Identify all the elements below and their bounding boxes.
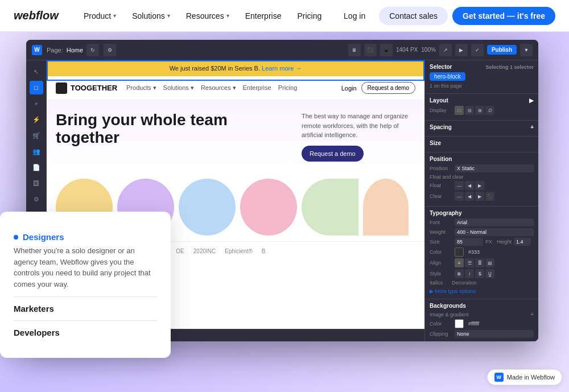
preview-icon[interactable]: ▶	[455, 44, 468, 56]
panel-backgrounds-section: Backgrounds Image & gradient + Color #ff…	[425, 299, 538, 341]
height-input[interactable]	[514, 238, 531, 246]
clipping-row: Clipping None	[430, 330, 534, 338]
chevron-down-icon: ▾	[113, 13, 116, 19]
bg-color-swatch[interactable]	[455, 319, 464, 328]
contact-sales-button[interactable]: Contact sales	[379, 7, 448, 25]
backgrounds-header: Backgrounds	[430, 303, 534, 309]
dropdown-designers[interactable]: Designers Whether you're a solo designer…	[14, 225, 157, 296]
toolbar-settings[interactable]: ⚙	[30, 192, 43, 206]
publish-button[interactable]: Publish	[487, 45, 517, 55]
display-block-icon[interactable]: □	[455, 106, 464, 115]
underline-icon[interactable]: U̲	[485, 269, 494, 278]
bold-icon[interactable]: B	[455, 269, 464, 278]
mobile-icon[interactable]: 📱	[380, 44, 393, 56]
nav-item-pricing[interactable]: Pricing	[290, 8, 328, 24]
display-none-icon[interactable]: ∅	[485, 106, 494, 115]
dropdown-developers[interactable]: Developers	[14, 321, 157, 344]
desktop-icon[interactable]: 🖥	[348, 44, 361, 56]
preview-nav-products[interactable]: Products ▾	[126, 84, 156, 92]
preview-hero-left: Bring your whole team together	[56, 112, 292, 162]
add-background-icon[interactable]: +	[530, 311, 534, 317]
image-gradient-row: Image & gradient +	[430, 311, 534, 317]
color-swatch[interactable]	[455, 247, 464, 257]
webflow-logo[interactable]: webflow	[14, 9, 59, 22]
circle-5	[302, 179, 358, 236]
panel-selector-tag[interactable]: hero-block	[430, 72, 534, 81]
align-center-icon[interactable]: ☰	[465, 258, 474, 267]
clear-both-icon[interactable]: ⬛	[485, 192, 494, 201]
refresh-icon[interactable]: ↻	[86, 44, 99, 56]
clear-none-icon[interactable]: —	[455, 192, 464, 201]
dropdown-marketers[interactable]: Marketers	[14, 297, 157, 320]
align-left-icon[interactable]: ≡	[455, 258, 464, 267]
nav-item-resources[interactable]: Resources ▾	[179, 8, 236, 24]
preview-cta-button[interactable]: Request a demo	[302, 146, 364, 162]
toolbar-ecommerce[interactable]: 🛒	[30, 129, 43, 142]
bg-color-row: Color #ffffff	[430, 319, 534, 328]
preview-nav-enterprise[interactable]: Enterprise	[243, 84, 271, 92]
undo-icon[interactable]: ✓	[471, 44, 484, 56]
panel-spacing-section: Spacing +	[425, 121, 538, 137]
webflow-badge-icon: W	[494, 373, 504, 382]
align-justify-icon[interactable]: ▤	[485, 258, 494, 267]
nav-item-enterprise[interactable]: Enterprise	[238, 8, 288, 24]
settings-icon[interactable]: ⚙	[104, 44, 116, 56]
expand-icon[interactable]: ▶	[529, 97, 534, 104]
logo-2020inc: 2020INC	[193, 248, 216, 254]
strike-icon[interactable]: S̶	[475, 269, 484, 278]
panel-size-section: Size	[425, 137, 538, 152]
main-nav: webflow Product ▾ Solutions ▾ Resources …	[0, 0, 569, 32]
share-icon[interactable]: ↗	[439, 44, 452, 56]
nav-item-solutions[interactable]: Solutions ▾	[125, 8, 177, 24]
clear-right-icon[interactable]: ▶	[475, 192, 484, 201]
toolbar-users[interactable]: 👥	[30, 145, 43, 158]
display-flex-icon[interactable]: ⊟	[465, 106, 474, 115]
toolbar-assets[interactable]: 🖼	[30, 176, 43, 190]
developers-title: Developers	[14, 328, 157, 337]
position-dropdown[interactable]: X Static	[455, 164, 534, 172]
float-icons: — ◀ ▶	[455, 181, 484, 190]
panel-position-section: Position Position X Static Float and cle…	[425, 152, 538, 207]
made-in-webflow-label: Made in Webflow	[507, 374, 555, 381]
banner-link[interactable]: Learn more →	[262, 65, 302, 72]
active-dot	[14, 235, 18, 240]
spacing-header: Spacing +	[430, 124, 534, 130]
login-button[interactable]: Log in	[335, 7, 374, 25]
preview-nav-solutions[interactable]: Solutions ▾	[163, 84, 194, 92]
toolbar-cms[interactable]: ⚡	[30, 113, 43, 126]
toolbar-element[interactable]: □	[30, 81, 43, 94]
clipping-dropdown[interactable]: None	[455, 330, 534, 338]
weight-dropdown[interactable]: 400 - Normal	[455, 228, 534, 236]
toolbar-add[interactable]: +	[30, 97, 43, 110]
tablet-icon[interactable]: ⬛	[364, 44, 377, 56]
preview-nav-resources[interactable]: Resources ▾	[201, 84, 236, 92]
logo-oe: OE	[176, 248, 184, 254]
display-grid-icon[interactable]: ⊞	[475, 106, 484, 115]
float-right-icon[interactable]: ▶	[475, 181, 484, 190]
float-none-icon[interactable]: —	[455, 181, 464, 190]
chevron-down-icon: ▾	[226, 13, 229, 19]
nav-item-product[interactable]: Product ▾	[77, 8, 123, 24]
preview-nav-right: Login Request a demo	[341, 82, 415, 94]
preview-nav-pricing[interactable]: Pricing	[278, 84, 298, 92]
toolbar-cursor[interactable]: ↖	[30, 65, 43, 79]
font-dropdown[interactable]: Arial	[455, 218, 534, 226]
align-right-icon[interactable]: ≣	[475, 258, 484, 267]
preview-demo-button[interactable]: Request a demo	[361, 82, 415, 94]
more-icon[interactable]: ▼	[520, 44, 533, 56]
size-input[interactable]	[455, 238, 483, 246]
toolbar-pages[interactable]: 📄	[30, 160, 43, 174]
made-in-webflow-badge[interactable]: W Made in Webflow	[487, 369, 562, 385]
editor-right-panel: Selector Selecting 1 selector hero-block…	[424, 60, 538, 341]
more-type-options[interactable]: ▶ More type options	[430, 287, 534, 295]
style-icons: B I S̶ U̲	[455, 269, 494, 278]
clear-left-icon[interactable]: ◀	[465, 192, 474, 201]
italic-icon[interactable]: I	[465, 269, 474, 278]
panel-typography-section: Typography Font Arial Weight 400 - Norma…	[425, 207, 538, 299]
designers-desc: Whether you're a solo designer or an age…	[14, 245, 157, 290]
spacing-expand-icon[interactable]: +	[530, 124, 534, 130]
preview-login[interactable]: Login	[341, 85, 357, 92]
get-started-button[interactable]: Get started — it's free	[452, 7, 555, 25]
color-row: Color #333	[430, 247, 534, 257]
float-left-icon[interactable]: ◀	[465, 181, 474, 190]
